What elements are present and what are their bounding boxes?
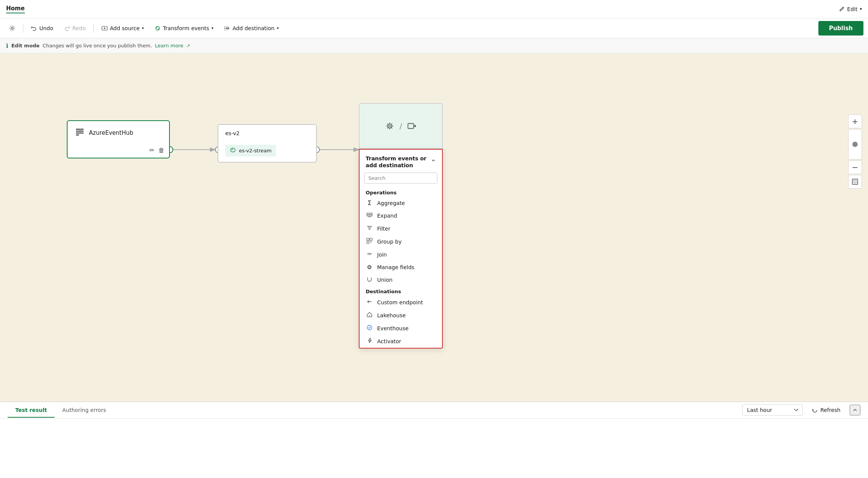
azure-node-label: AzureEventHub: [89, 129, 133, 136]
refresh-button[interactable]: Refresh: [807, 405, 845, 415]
edit-button[interactable]: Edit ▾: [839, 6, 862, 12]
settings-icon: [9, 25, 15, 31]
transform-panel: / Transform events oradd destination ⌃ O…: [359, 103, 443, 349]
bottom-panel: Test result Authoring errors Last hour L…: [0, 402, 868, 478]
edit-node-icon[interactable]: ✏: [150, 147, 155, 154]
es-v2-node[interactable]: es-v2 es-v2-stream: [218, 124, 317, 163]
transform-dropdown-title: Transform events oradd destination: [366, 155, 426, 169]
edit-mode-bar: ℹ Edit mode Changes will go live once yo…: [0, 38, 868, 53]
info-icon: ℹ: [6, 42, 8, 49]
es-v2-stream-label: es-v2-stream: [239, 148, 271, 153]
filter-label: Filter: [377, 226, 390, 232]
collapse-panel-button[interactable]: [850, 405, 860, 415]
union-icon: [366, 276, 373, 284]
activator-item[interactable]: Activator: [360, 335, 442, 348]
add-source-chevron-icon: ▾: [142, 26, 144, 30]
time-range-select[interactable]: Last hour Last 15 minutes Last 30 minute…: [742, 404, 803, 416]
eventhouse-icon: [366, 325, 373, 332]
expand-label: Expand: [377, 213, 397, 219]
transform-title-row: Transform events oradd destination ⌃: [360, 150, 442, 173]
destinations-label: Destinations: [360, 286, 442, 296]
es-v2-title: es-v2: [225, 130, 240, 136]
edit-mode-label: Edit mode: [11, 43, 40, 48]
custom-endpoint-label: Custom endpoint: [377, 299, 423, 305]
operations-section: Operations Σ Aggregate Expand: [360, 187, 442, 286]
join-item[interactable]: Join: [360, 248, 442, 261]
undo-button[interactable]: Undo: [26, 23, 58, 34]
transform-dropdown: Transform events oradd destination ⌃ Ope…: [359, 149, 443, 349]
edit-icon: [839, 6, 845, 12]
add-destination-button[interactable]: Add destination ▾: [219, 23, 283, 34]
zoom-controls: + −: [848, 115, 862, 189]
custom-endpoint-item[interactable]: Custom endpoint: [360, 296, 442, 309]
svg-point-24: [367, 325, 372, 330]
tab-test-result[interactable]: Test result: [8, 403, 55, 418]
join-label: Join: [377, 252, 387, 258]
activator-label: Activator: [377, 338, 401, 344]
zoom-in-button[interactable]: +: [848, 115, 862, 128]
svg-rect-25: [852, 179, 858, 184]
search-input[interactable]: [364, 173, 437, 184]
publish-button[interactable]: Publish: [818, 21, 863, 36]
manage-fields-icon: ⚙: [366, 264, 373, 271]
filter-icon: [366, 225, 373, 233]
node-actions: ✏ 🗑: [150, 147, 165, 154]
aggregate-item[interactable]: Σ Aggregate: [360, 197, 442, 209]
activator-icon: [366, 338, 373, 345]
settings-button[interactable]: [5, 23, 20, 34]
add-source-label: Add source: [110, 25, 140, 31]
chevron-down-icon: ▾: [860, 6, 862, 11]
edit-mode-message: Changes will go live once you publish th…: [43, 43, 152, 48]
collapse-icon[interactable]: ⌃: [431, 158, 436, 166]
refresh-icon: [812, 407, 818, 413]
redo-icon: [64, 25, 70, 31]
filter-item[interactable]: Filter: [360, 222, 442, 235]
azure-event-hub-node[interactable]: AzureEventHub ✏ 🗑: [67, 120, 170, 158]
page-title: Home: [6, 5, 25, 13]
transform-events-icon: [155, 25, 161, 31]
tab-authoring-errors[interactable]: Authoring errors: [55, 403, 113, 418]
eventhouse-item[interactable]: Eventhouse: [360, 322, 442, 335]
bottom-tabs: Test result Authoring errors Last hour L…: [0, 402, 868, 419]
operations-label: Operations: [360, 187, 442, 197]
join-icon: [366, 251, 373, 258]
undo-label: Undo: [39, 25, 53, 31]
learn-more-link[interactable]: Learn more: [155, 43, 183, 48]
redo-button[interactable]: Redo: [60, 23, 90, 34]
svg-rect-22: [367, 241, 369, 244]
gear-icon: [384, 121, 395, 131]
eventhouse-label: Eventhouse: [377, 325, 408, 331]
lakehouse-icon: [366, 312, 373, 319]
transform-chevron-icon: ▾: [211, 26, 213, 30]
svg-rect-23: [369, 315, 370, 317]
delete-node-icon[interactable]: 🗑: [158, 147, 165, 154]
svg-rect-13: [76, 134, 79, 136]
transform-events-button[interactable]: Transform events ▾: [150, 23, 218, 34]
svg-rect-21: [370, 238, 372, 241]
group-by-icon: [366, 238, 373, 245]
bottom-controls: Last hour Last 15 minutes Last 30 minute…: [742, 404, 860, 416]
union-item[interactable]: Union: [360, 273, 442, 286]
top-navigation: Home Edit ▾: [0, 0, 868, 18]
canvas: AzureEventHub ✏ 🗑 es-v2 es-v2-stream: [0, 53, 868, 402]
expand-item[interactable]: Expand: [360, 209, 442, 222]
svg-rect-14: [80, 129, 81, 134]
zoom-slider[interactable]: [848, 129, 862, 160]
group-by-label: Group by: [377, 239, 402, 245]
svg-point-16: [389, 125, 390, 127]
add-source-button[interactable]: Add source ▾: [97, 23, 148, 34]
svg-point-15: [387, 124, 392, 128]
manage-fields-item[interactable]: ⚙ Manage fields: [360, 261, 442, 273]
zoom-fit-button[interactable]: [848, 175, 862, 189]
group-by-item[interactable]: Group by: [360, 235, 442, 248]
azure-event-hub-icon: [75, 127, 84, 138]
stream-icon: [230, 147, 236, 154]
add-destination-label: Add destination: [232, 25, 274, 31]
refresh-label: Refresh: [820, 407, 841, 413]
svg-point-0: [11, 27, 13, 29]
lakehouse-item[interactable]: Lakehouse: [360, 309, 442, 322]
zoom-out-button[interactable]: −: [848, 160, 862, 174]
zoom-slider-thumb: [852, 142, 858, 147]
union-label: Union: [377, 277, 392, 283]
expand-icon: [366, 212, 373, 220]
